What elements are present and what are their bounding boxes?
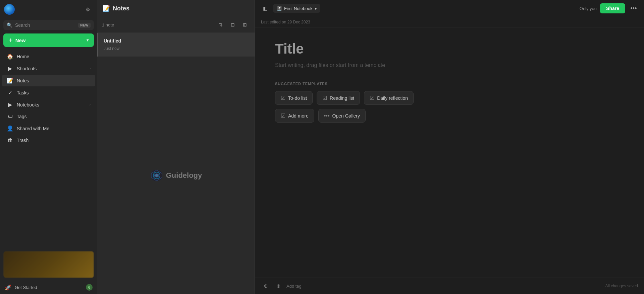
sidebar-item-label: Tasks xyxy=(17,90,91,95)
more-button[interactable]: ••• xyxy=(629,3,639,13)
new-button[interactable]: + New ▾ xyxy=(3,33,94,47)
new-plus-icon: + xyxy=(9,37,13,44)
template-gallery[interactable]: ••• Open Gallery xyxy=(318,109,366,123)
get-started-row[interactable]: 🚀 Get Started 6 xyxy=(0,281,97,294)
sidebar-item-notes[interactable]: 📝 Notes xyxy=(2,75,95,86)
home-icon: 🏠 xyxy=(7,53,13,60)
add-content-button[interactable]: ⊕ xyxy=(261,281,270,291)
get-started-badge: 6 xyxy=(86,284,93,291)
shortcuts-chevron-icon: › xyxy=(90,67,91,70)
template-reading[interactable]: ☑ Reading list xyxy=(317,91,360,105)
notes-list-header: 📝 Notes xyxy=(97,0,255,17)
sidebar-item-label: Shortcuts xyxy=(17,66,86,71)
editor-subbar: Last edited on 29 Dec 2023 xyxy=(255,17,644,27)
editor-content[interactable]: Title Start writing, drag files or start… xyxy=(255,27,644,278)
sidebar-item-label: Trash xyxy=(17,138,91,143)
template-add-more-label: Add more xyxy=(288,113,309,119)
templates-row-2: ☑ Add more ••• Open Gallery xyxy=(275,109,624,123)
notes-list-icon: 📝 xyxy=(103,5,110,12)
sidebar-item-tags[interactable]: 🏷 Tags xyxy=(2,111,95,122)
sidebar-item-label: Shared with Me xyxy=(17,126,91,131)
sidebar-bottom: 🚀 Get Started 6 xyxy=(0,248,97,294)
rocket-icon: 🚀 xyxy=(5,284,11,291)
only-you-label: Only you xyxy=(580,6,597,11)
note-item[interactable]: Untitled Just now xyxy=(97,33,255,57)
sidebar-item-tasks[interactable]: ✓ Tasks xyxy=(2,87,95,98)
template-reflection-label: Daily reflection xyxy=(377,95,408,101)
editor-bottombar: ⊕ ⊕ Add tag All changes saved xyxy=(255,278,644,294)
suggested-templates-label: SUGGESTED TEMPLATES xyxy=(275,82,624,86)
add-more-icon: ☑ xyxy=(281,113,285,119)
avatar[interactable] xyxy=(4,4,15,15)
sidebar: ⚙ 🔍 Search NEW + New ▾ 🏠 Home ▶ Shortcut… xyxy=(0,0,97,294)
editor-topbar: ◧ 📓 First Notebook ▾ Only you Share ••• xyxy=(255,0,644,17)
note-title: Untitled xyxy=(104,38,249,44)
new-button-wrap: + New ▾ xyxy=(3,33,94,47)
templates-row-1: ☑ To-do list ☑ Reading list ☑ Daily refl… xyxy=(275,91,624,105)
notes-list-empty: Guidelogy xyxy=(97,57,255,294)
sidebar-header: ⚙ xyxy=(0,0,97,19)
add-tag-icon-button[interactable]: ⊕ xyxy=(274,281,283,291)
editor-title-placeholder: Title xyxy=(275,41,624,57)
template-todo[interactable]: ☑ To-do list xyxy=(275,91,313,105)
template-reflection[interactable]: ☑ Daily reflection xyxy=(364,91,414,105)
add-tag-placeholder: Add tag xyxy=(286,284,302,289)
notebook-chevron-icon: ▾ xyxy=(315,6,317,11)
editor-panel: ◧ 📓 First Notebook ▾ Only you Share ••• … xyxy=(255,0,644,294)
settings-button[interactable]: ⚙ xyxy=(83,4,93,15)
filter-button[interactable]: ⊟ xyxy=(228,20,238,30)
notebook-name: First Notebook xyxy=(284,6,313,11)
guidelogy-icon xyxy=(150,169,163,182)
view-button[interactable]: ⊞ xyxy=(240,20,250,30)
sidebar-item-home[interactable]: 🏠 Home xyxy=(2,51,95,62)
notebooks-icon: ▶ xyxy=(7,101,13,108)
todo-icon: ☑ xyxy=(281,95,285,101)
tags-icon: 🏷 xyxy=(7,114,13,120)
promo-banner[interactable] xyxy=(3,251,94,278)
guidelogy-text: Guidelogy xyxy=(166,171,202,180)
notes-count: 1 note xyxy=(102,22,214,27)
notes-list-panel: 📝 Notes 1 note ⇅ ⊟ ⊞ Untitled Just now G… xyxy=(97,0,255,294)
sidebar-item-label: Tags xyxy=(17,114,91,119)
notes-icon: 📝 xyxy=(7,77,13,84)
template-reading-label: Reading list xyxy=(330,95,354,101)
reflection-icon: ☑ xyxy=(370,95,374,101)
notebooks-chevron-icon: › xyxy=(90,103,91,106)
guidelogy-logo: Guidelogy xyxy=(150,169,202,182)
sidebar-item-shortcuts[interactable]: ▶ Shortcuts › xyxy=(2,63,95,74)
notebook-selector[interactable]: 📓 First Notebook ▾ xyxy=(273,4,320,13)
changes-saved-text: All changes saved xyxy=(605,284,638,288)
template-gallery-label: Open Gallery xyxy=(332,113,360,119)
tasks-icon: ✓ xyxy=(7,89,13,96)
sidebar-item-label: Notebooks xyxy=(17,102,86,107)
notes-toolbar: 1 note ⇅ ⊟ ⊞ xyxy=(97,17,255,33)
share-button[interactable]: Share xyxy=(600,3,625,13)
last-edited-text: Last edited on 29 Dec 2023 xyxy=(261,20,310,24)
template-add-more[interactable]: ☑ Add more xyxy=(275,109,314,123)
svg-point-2 xyxy=(155,174,158,177)
sidebar-nav: 🏠 Home ▶ Shortcuts › 📝 Notes ✓ Tasks ▶ N… xyxy=(0,50,97,146)
add-tag-field[interactable]: Add tag xyxy=(286,284,602,289)
notes-list-title: Notes xyxy=(113,5,249,12)
sidebar-item-notebooks[interactable]: ▶ Notebooks › xyxy=(2,99,95,111)
editor-body-placeholder: Start writing, drag files or start from … xyxy=(275,62,624,68)
new-button-label: New xyxy=(15,38,26,43)
shared-icon: 👤 xyxy=(7,125,13,132)
note-time: Just now xyxy=(104,46,249,51)
gallery-icon: ••• xyxy=(324,113,330,119)
trash-icon: 🗑 xyxy=(7,137,13,143)
sort-button[interactable]: ⇅ xyxy=(216,20,226,30)
panel-toggle-button[interactable]: ◧ xyxy=(260,3,270,13)
notebook-icon: 📓 xyxy=(276,6,282,11)
sidebar-item-shared[interactable]: 👤 Shared with Me xyxy=(2,123,95,134)
template-todo-label: To-do list xyxy=(288,95,307,101)
promo-image xyxy=(3,251,94,278)
reading-icon: ☑ xyxy=(322,95,327,101)
new-chevron-icon: ▾ xyxy=(87,38,89,43)
sidebar-item-label: Notes xyxy=(17,78,91,83)
sidebar-item-label: Home xyxy=(17,54,91,59)
search-icon: 🔍 xyxy=(7,22,12,28)
search-bar[interactable]: 🔍 Search NEW xyxy=(3,20,94,30)
sidebar-item-trash[interactable]: 🗑 Trash xyxy=(2,135,95,146)
get-started-label: Get Started xyxy=(15,285,83,290)
